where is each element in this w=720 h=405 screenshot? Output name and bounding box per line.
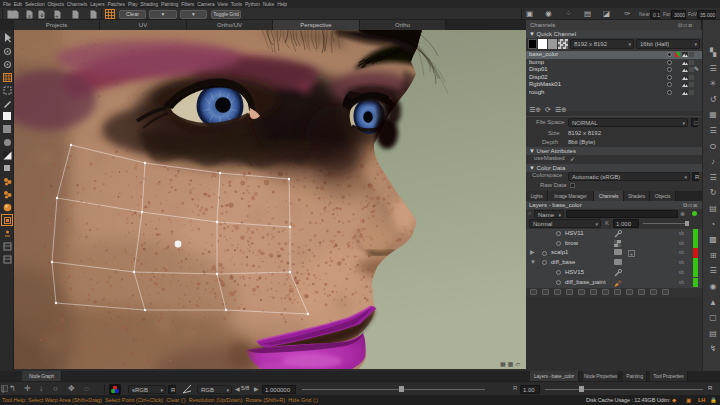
svg-text:x: x: [28, 13, 31, 19]
svg-text:+: +: [55, 13, 59, 19]
